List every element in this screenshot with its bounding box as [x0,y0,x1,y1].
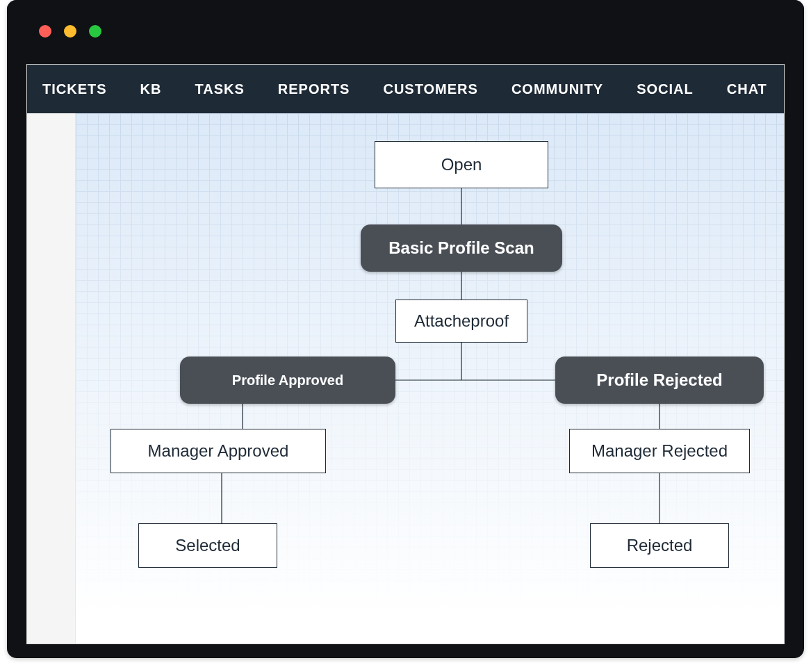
action-basic-profile-scan[interactable]: Basic Profile Scan [361,224,562,272]
node-label: Attacheproof [414,311,509,331]
state-rejected[interactable]: Rejected [590,523,729,568]
nav-tasks[interactable]: TASKS [195,81,244,97]
nav-kb[interactable]: KB [140,81,162,97]
nav-label: REPORTS [278,81,350,97]
nav-label: CHAT [727,81,767,97]
workflow-canvas[interactable]: Open Basic Profile Scan Attacheproof Pro… [76,113,784,644]
action-profile-approved[interactable]: Profile Approved [180,357,395,404]
app-inner: TICKETS KB TASKS REPORTS CUSTOMERS COMMU… [26,64,785,644]
node-label: Basic Profile Scan [388,238,534,258]
state-open[interactable]: Open [375,141,548,188]
nav-community[interactable]: COMMUNITY [511,81,603,97]
nav-chat[interactable]: CHAT [727,81,767,97]
state-manager-approved[interactable]: Manager Approved [110,429,326,473]
node-label: Profile Approved [232,372,343,388]
nav-label: COMMUNITY [511,81,603,97]
nav-tickets[interactable]: TICKETS [42,81,107,97]
node-label: Manager Approved [148,441,289,461]
window-minimize-icon[interactable] [64,25,76,38]
canvas-wrap: Open Basic Profile Scan Attacheproof Pro… [27,113,784,644]
window-zoom-icon[interactable] [89,25,101,38]
nav-reports[interactable]: REPORTS [278,81,350,97]
main-navbar: TICKETS KB TASKS REPORTS CUSTOMERS COMMU… [27,65,784,113]
nav-label: KB [140,81,162,97]
nav-label: TICKETS [42,81,107,97]
node-label: Profile Rejected [596,370,722,390]
node-label: Selected [175,536,240,555]
node-label: Manager Rejected [591,441,728,461]
window-titlebar [7,0,804,63]
app-window: TICKETS KB TASKS REPORTS CUSTOMERS COMMU… [7,0,804,658]
action-profile-rejected[interactable]: Profile Rejected [555,357,764,404]
nav-label: TASKS [195,81,244,97]
nav-label: SOCIAL [637,81,694,97]
sidebar [27,113,76,644]
state-attacheproof[interactable]: Attacheproof [395,300,527,343]
window-close-icon[interactable] [39,25,51,38]
state-selected[interactable]: Selected [138,523,277,568]
node-label: Rejected [627,536,693,555]
nav-label: CUSTOMERS [383,81,477,97]
node-label: Open [441,155,482,174]
nav-customers[interactable]: CUSTOMERS [383,81,477,97]
state-manager-rejected[interactable]: Manager Rejected [569,429,750,473]
nav-social[interactable]: SOCIAL [637,81,694,97]
